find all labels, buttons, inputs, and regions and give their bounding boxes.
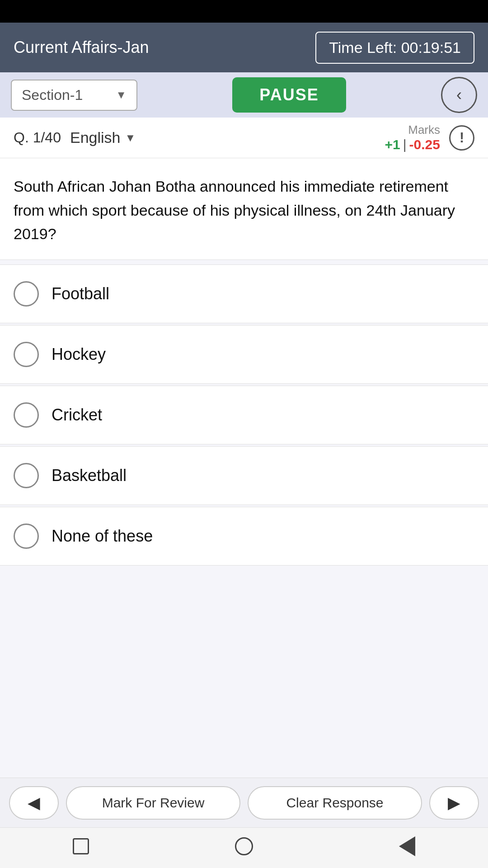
android-home-icon[interactable] [235, 837, 253, 859]
question-meta-right: Marks +1 | -0.25 ! [385, 123, 474, 152]
section-label: Section-1 [22, 87, 83, 104]
pause-button[interactable]: PAUSE [232, 77, 346, 113]
question-number: Q. 1/40 [14, 129, 61, 146]
top-header: Current Affairs-Jan Time Left: 00:19:51 [0, 23, 488, 72]
mark-separator: | [403, 137, 407, 152]
mark-negative: -0.25 [409, 137, 440, 152]
section-dropdown-arrow-icon: ▼ [116, 89, 127, 101]
spacer [0, 675, 488, 778]
question-text-area: South African Johan Botha announced his … [0, 158, 488, 260]
mark-for-review-button[interactable]: Mark For Review [66, 786, 240, 820]
option-d[interactable]: Basketball [0, 446, 488, 505]
option-b-text: Hockey [52, 345, 106, 364]
next-button[interactable]: ▶ [429, 786, 479, 820]
marks-info: Marks +1 | -0.25 [385, 123, 440, 152]
option-e-text: None of these [52, 527, 153, 546]
option-d-text: Basketball [52, 466, 127, 485]
section-bar: Section-1 ▼ PAUSE ‹ [0, 72, 488, 118]
android-back-icon[interactable] [399, 836, 415, 860]
info-icon[interactable]: ! [449, 125, 474, 151]
mark-positive: +1 [385, 137, 400, 152]
next-arrow-icon: ▶ [448, 793, 460, 812]
radio-b [14, 342, 39, 367]
android-square-icon[interactable] [73, 838, 89, 858]
option-a[interactable]: Football [0, 264, 488, 323]
header-title: Current Affairs-Jan [14, 38, 149, 57]
radio-e [14, 524, 39, 549]
radio-a [14, 281, 39, 307]
option-c[interactable]: Cricket [0, 386, 488, 444]
option-e[interactable]: None of these [0, 507, 488, 566]
back-button[interactable]: ‹ [441, 77, 477, 113]
prev-arrow-icon: ◀ [28, 793, 40, 812]
section-dropdown[interactable]: Section-1 ▼ [11, 80, 137, 111]
question-text: South African Johan Botha announced his … [14, 175, 474, 246]
option-c-text: Cricket [52, 406, 102, 425]
status-bar [0, 0, 488, 23]
option-a-text: Football [52, 284, 109, 303]
prev-button[interactable]: ◀ [9, 786, 59, 820]
clear-response-button[interactable]: Clear Response [248, 786, 422, 820]
radio-c [14, 402, 39, 428]
time-left-display: Time Left: 00:19:51 [315, 32, 474, 64]
language-dropdown[interactable]: English ▼ [70, 129, 136, 146]
option-b[interactable]: Hockey [0, 325, 488, 384]
marks-label: Marks [385, 123, 440, 137]
options-area: Football Hockey Cricket Basketball None … [0, 260, 488, 674]
android-nav-bar [0, 827, 488, 868]
language-dropdown-arrow-icon: ▼ [125, 132, 136, 144]
question-meta-left: Q. 1/40 English ▼ [14, 129, 136, 146]
marks-values: +1 | -0.25 [385, 137, 440, 152]
question-meta-bar: Q. 1/40 English ▼ Marks +1 | -0.25 ! [0, 118, 488, 158]
back-chevron-icon: ‹ [456, 85, 462, 104]
language-label: English [70, 129, 121, 146]
bottom-navigation: ◀ Mark For Review Clear Response ▶ [0, 778, 488, 827]
radio-d [14, 463, 39, 488]
